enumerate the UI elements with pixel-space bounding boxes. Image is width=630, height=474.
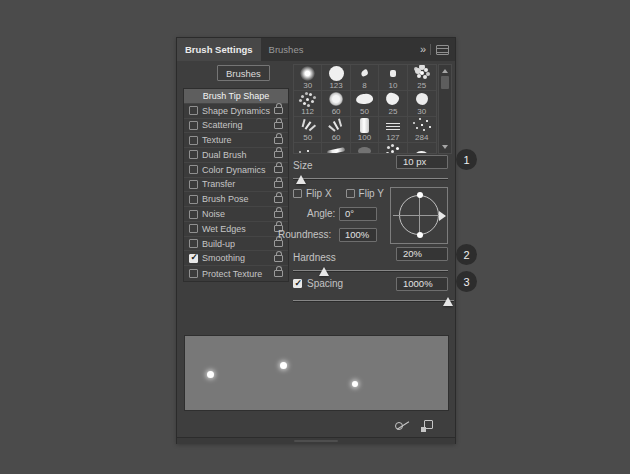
checkbox[interactable]	[189, 136, 198, 145]
brush-preset[interactable]	[322, 143, 350, 154]
spacing-slider[interactable]	[293, 295, 454, 307]
lock-icon[interactable]	[274, 137, 283, 144]
sidebar-item-scattering[interactable]: Scattering	[184, 119, 288, 134]
sidebar-item-dual-brush[interactable]: Dual Brush	[184, 148, 288, 163]
roundness-input[interactable]: 100%	[339, 228, 377, 242]
sidebar-item-smoothing[interactable]: Smoothing	[184, 251, 288, 266]
lock-icon[interactable]	[274, 255, 283, 262]
checkbox[interactable]	[189, 224, 198, 233]
tab-brushes[interactable]: Brushes	[261, 38, 312, 61]
flip-y-checkbox[interactable]	[346, 189, 355, 198]
checkbox[interactable]	[189, 239, 198, 248]
collapse-panel-icon[interactable]: »	[420, 44, 425, 55]
checkbox[interactable]	[189, 150, 198, 159]
size-slider[interactable]	[293, 173, 448, 185]
brush-size-label: 284	[408, 133, 436, 142]
angle-arrow-icon[interactable]	[439, 211, 446, 221]
brush-preset[interactable]	[379, 143, 407, 154]
lock-icon[interactable]	[274, 107, 283, 114]
brush-preset[interactable]: 30	[294, 65, 322, 91]
sidebar-item-transfer[interactable]: Transfer	[184, 178, 288, 193]
checkbox[interactable]	[189, 210, 198, 219]
brush-preset[interactable]: 30	[408, 91, 436, 117]
sidebar-item-protect-texture[interactable]: Protect Texture	[184, 266, 288, 281]
brush-preset[interactable]	[351, 143, 379, 154]
brush-preset[interactable]: 60	[322, 117, 350, 143]
slider-thumb[interactable]	[319, 267, 329, 276]
sidebar-item-noise[interactable]: Noise	[184, 207, 288, 222]
brush-preset[interactable]	[408, 143, 436, 154]
spacing-checkbox[interactable]	[293, 279, 302, 288]
brush-preset[interactable]: 10	[379, 65, 407, 91]
checkbox[interactable]	[189, 180, 198, 189]
brush-preview-toggle-icon[interactable]	[394, 420, 411, 432]
brush-preset[interactable]: 100	[351, 117, 379, 143]
brush-preset[interactable]: 25	[379, 91, 407, 117]
lock-icon[interactable]	[274, 196, 283, 203]
create-new-brush-icon[interactable]	[421, 420, 433, 432]
sidebar-item-color-dynamics[interactable]: Color Dynamics	[184, 163, 288, 178]
checkbox[interactable]	[189, 269, 198, 278]
checkbox[interactable]	[189, 106, 198, 115]
resize-grip[interactable]	[294, 440, 338, 442]
spacing-input[interactable]: 1000%	[396, 277, 448, 291]
hardness-input[interactable]: 20%	[396, 247, 448, 261]
lock-icon[interactable]	[274, 240, 283, 247]
flip-x-checkbox[interactable]	[293, 189, 302, 198]
tab-brush-settings[interactable]: Brush Settings	[177, 38, 261, 61]
brush-preset[interactable]: 25	[408, 65, 436, 91]
panel-menu-icon[interactable]	[436, 45, 449, 55]
brush-preset[interactable]: 60	[322, 91, 350, 117]
brush-thumbnail	[390, 70, 396, 77]
sidebar-item-label: Smoothing	[202, 253, 245, 263]
brush-preset[interactable]: 123	[322, 65, 350, 91]
lock-icon[interactable]	[274, 122, 283, 129]
scroll-up-icon[interactable]	[442, 69, 448, 73]
scroll-down-icon[interactable]	[442, 145, 448, 149]
scrollbar-thumb[interactable]	[441, 76, 449, 89]
brush-preset[interactable]: 8	[351, 65, 379, 91]
sidebar-item-build-up[interactable]: Build-up	[184, 237, 288, 252]
brush-thumbnail	[304, 121, 311, 130]
panel-resize-strip[interactable]	[177, 437, 455, 444]
lock-icon[interactable]	[274, 151, 283, 158]
sidebar-item-wet-edges[interactable]: Wet Edges	[184, 222, 288, 237]
slider-track[interactable]	[293, 300, 454, 301]
lock-icon[interactable]	[274, 181, 283, 188]
slider-thumb[interactable]	[443, 297, 453, 306]
lock-icon[interactable]	[274, 211, 283, 218]
sidebar-item-label: Brush Tip Shape	[203, 91, 270, 101]
angle-input[interactable]: 0°	[339, 207, 377, 221]
checkbox[interactable]	[189, 121, 198, 130]
brushes-button[interactable]: Brushes	[217, 65, 270, 81]
slider-track[interactable]	[293, 178, 448, 179]
checkbox[interactable]	[189, 165, 198, 174]
brush-preset[interactable]: 112	[294, 91, 322, 117]
roundness-row: Roundness: 100%	[293, 228, 383, 242]
brush-preset[interactable]: 284	[408, 117, 436, 143]
brush-thumbnail	[420, 71, 424, 75]
lock-icon[interactable]	[274, 166, 283, 173]
roundness-handle-bottom[interactable]	[417, 232, 423, 238]
slider-track[interactable]	[293, 270, 448, 271]
size-input[interactable]: 10 px	[396, 155, 448, 169]
sidebar-item-shape-dynamics[interactable]: Shape Dynamics	[184, 104, 288, 119]
brush-preset[interactable]: 127	[379, 117, 407, 143]
sidebar-item-brush-pose[interactable]: Brush Pose	[184, 192, 288, 207]
sidebar-item-label: Texture	[202, 135, 232, 145]
sidebar-item-brush-tip-shape[interactable]: Brush Tip Shape	[184, 89, 288, 104]
slider-thumb[interactable]	[296, 175, 306, 184]
brush-preset[interactable]: 50	[294, 117, 322, 143]
hardness-slider[interactable]	[293, 265, 448, 277]
sidebar-item-label: Dual Brush	[202, 150, 247, 160]
checkbox[interactable]	[189, 254, 198, 263]
angle-roundness-widget[interactable]	[390, 187, 448, 244]
brush-preset[interactable]	[294, 143, 322, 154]
brush-preset[interactable]: 50	[351, 91, 379, 117]
roundness-handle-top[interactable]	[417, 192, 423, 198]
callout-badge-2: 2	[456, 244, 477, 265]
lock-icon[interactable]	[274, 270, 283, 277]
sidebar-item-texture[interactable]: Texture	[184, 133, 288, 148]
grid-scrollbar[interactable]	[438, 64, 452, 154]
checkbox[interactable]	[189, 195, 198, 204]
